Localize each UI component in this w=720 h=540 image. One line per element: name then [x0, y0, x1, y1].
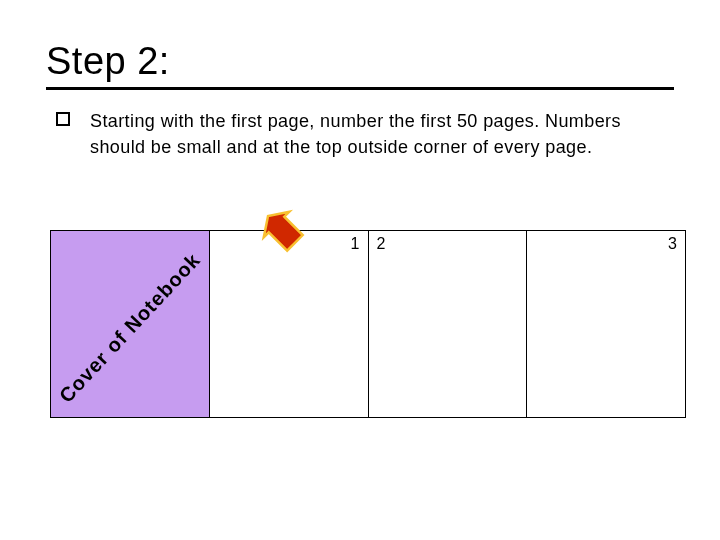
bullet-text: Starting with the first page, number the…: [90, 108, 674, 160]
page-2: 2: [369, 231, 528, 417]
bullet-item: Starting with the first page, number the…: [46, 108, 674, 160]
title-underline: [46, 87, 674, 90]
pages-row: Cover of Notebook 1 2 3: [50, 230, 686, 418]
page-3: 3: [527, 231, 686, 417]
page-number-1: 1: [351, 235, 360, 253]
pointer-arrow-icon: [260, 208, 310, 258]
svg-marker-0: [260, 208, 308, 256]
slide: Step 2: Starting with the first page, nu…: [0, 0, 720, 540]
page-1: 1: [210, 231, 369, 417]
page-number-2: 2: [377, 235, 386, 253]
notebook-diagram: Cover of Notebook 1 2 3: [50, 230, 686, 418]
step-title: Step 2:: [46, 40, 674, 83]
cover-label: Cover of Notebook: [55, 248, 205, 407]
cover-page: Cover of Notebook: [51, 231, 210, 417]
page-number-3: 3: [668, 235, 677, 253]
square-bullet-icon: [56, 112, 70, 126]
